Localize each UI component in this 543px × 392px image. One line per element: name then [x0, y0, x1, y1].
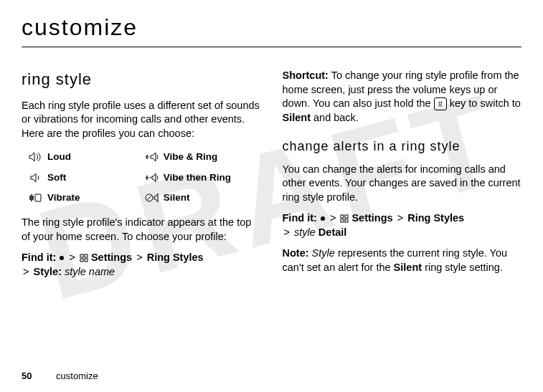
- footer-section: customize: [56, 371, 98, 381]
- svg-rect-4: [85, 254, 88, 257]
- ring-style-intro: Each ring style profile uses a different…: [22, 99, 261, 141]
- settings-text: Settings: [91, 252, 132, 263]
- svg-rect-9: [341, 219, 344, 222]
- ring-style-heading: ring style: [22, 69, 261, 90]
- settings-icon: [340, 212, 351, 224]
- style-name-placeholder: style name: [65, 266, 115, 277]
- profile-label: Vibe & Ring: [164, 150, 218, 163]
- ring-styles-text: Ring Styles: [147, 252, 204, 263]
- svg-rect-8: [345, 215, 348, 218]
- settings-text: Settings: [351, 212, 392, 224]
- vibe-then-ring-icon: [145, 173, 159, 183]
- profile-label: Silent: [164, 191, 190, 204]
- vibe-ring-icon: [145, 152, 159, 162]
- shortcut-text-2: key to switch to: [450, 97, 521, 109]
- svg-rect-10: [345, 219, 348, 222]
- profile-vibrate: Vibrate: [29, 191, 145, 204]
- loud-icon: [29, 152, 43, 162]
- profile-vibe-ring: Vibe & Ring: [145, 150, 261, 163]
- find-it-right: Find it: > Settings > Ring Styles > styl…: [283, 211, 522, 239]
- page-title: customize: [22, 14, 521, 41]
- settings-icon: [80, 252, 91, 263]
- profile-label: Soft: [47, 171, 66, 184]
- shortcut-silent: Silent: [283, 112, 311, 123]
- title-rule: [22, 47, 521, 47]
- note-silent: Silent: [394, 262, 422, 273]
- note-style-word: Style: [312, 247, 335, 259]
- svg-rect-7: [341, 215, 344, 218]
- note-paragraph: Note: Style represents the current ring …: [283, 247, 522, 274]
- silent-icon: [145, 193, 159, 203]
- profile-label: Loud: [47, 150, 71, 163]
- page-footer: 50 customize: [22, 371, 98, 381]
- shortcut-label: Shortcut:: [283, 70, 329, 81]
- svg-rect-0: [35, 194, 41, 201]
- page-number: 50: [22, 371, 32, 381]
- svg-rect-6: [85, 259, 88, 262]
- soft-icon: [29, 173, 43, 183]
- right-column: Shortcut: To change your ring style prof…: [283, 69, 522, 286]
- change-alerts-heading: change alerts in a ring style: [283, 138, 522, 155]
- center-key-icon: [321, 216, 325, 221]
- find-it-left: Find it: > Settings > Ring Styles > Styl…: [22, 251, 261, 279]
- left-column: ring style Each ring style profile uses …: [22, 69, 261, 286]
- detail-label: Detail: [318, 226, 347, 238]
- style-prefix: Style:: [34, 266, 62, 277]
- note-label: Note:: [283, 247, 309, 259]
- find-it-label: Find it:: [283, 212, 317, 224]
- svg-rect-5: [80, 259, 83, 262]
- note-text-3: ring style setting.: [425, 262, 503, 273]
- vibrate-icon: [29, 193, 43, 203]
- profiles-grid: Loud Vibe & Ring Soft: [29, 150, 261, 204]
- shortcut-paragraph: Shortcut: To change your ring style prof…: [283, 69, 522, 125]
- profile-soft: Soft: [29, 171, 145, 184]
- profile-silent: Silent: [145, 191, 261, 204]
- profile-vibe-then-ring: Vibe then Ring: [145, 171, 261, 184]
- profile-loud: Loud: [29, 150, 145, 163]
- after-profiles-text: The ring style profile's indicator appea…: [22, 216, 261, 244]
- shortcut-text-3: and back.: [313, 112, 359, 123]
- ring-styles-text: Ring Styles: [407, 212, 464, 224]
- center-key-icon: [60, 256, 64, 260]
- style-word: style: [294, 226, 316, 238]
- find-it-label: Find it:: [22, 252, 56, 263]
- svg-rect-3: [80, 254, 83, 257]
- change-alerts-intro: You can change the alerts for incoming c…: [283, 163, 522, 205]
- svg-line-2: [146, 195, 152, 201]
- profile-label: Vibe then Ring: [164, 171, 231, 184]
- hash-key-icon: #: [434, 97, 447, 110]
- profile-label: Vibrate: [47, 191, 80, 204]
